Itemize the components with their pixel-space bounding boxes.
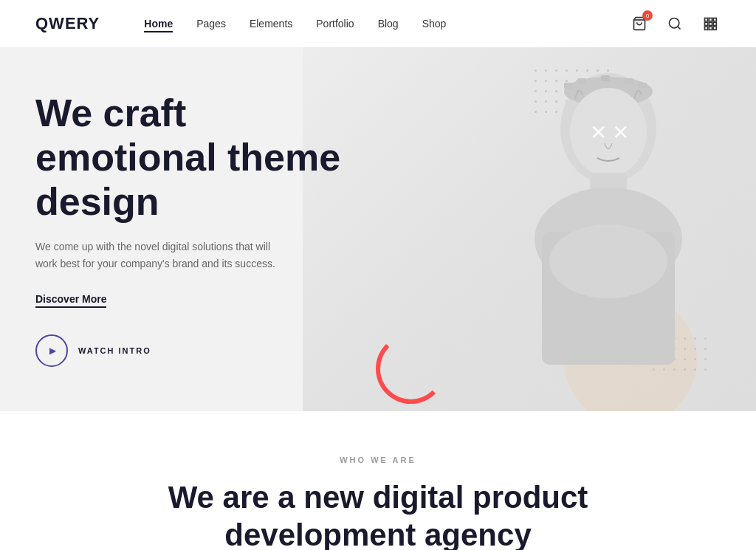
svg-rect-10 [709,27,712,30]
cart-badge: 0 [642,10,653,21]
svg-point-14 [570,88,647,176]
svg-rect-3 [705,18,708,21]
svg-rect-9 [705,27,708,30]
hero-content: We craft emotional theme design We come … [0,47,384,411]
svg-rect-4 [709,18,712,21]
play-button[interactable]: ▶ [35,334,68,367]
svg-text:✕: ✕ [590,121,607,144]
svg-rect-22 [577,78,586,84]
nav-item-elements[interactable]: Elements [250,17,292,30]
search-icon[interactable] [664,13,685,34]
svg-line-2 [678,27,681,30]
svg-rect-25 [638,83,647,89]
who-title: We are a new digital product development… [157,479,599,550]
svg-point-18 [549,224,667,298]
grid-icon[interactable] [700,13,721,34]
hero-subtitle: We come up with the novel digital soluti… [35,238,286,272]
logo[interactable]: QWERY [35,14,100,33]
svg-rect-6 [705,22,708,25]
svg-point-1 [670,18,679,28]
navbar: QWERY Home Pages Elements Portfolio Blog… [0,0,756,47]
discover-more-link[interactable]: Discover More [35,293,106,308]
svg-rect-24 [625,78,633,84]
nav-item-home[interactable]: Home [144,17,173,30]
nav-icons: 0 [629,13,721,34]
nav-item-blog[interactable]: Blog [378,17,399,30]
who-label: WHO WE ARE [35,456,721,464]
nav-links: Home Pages Elements Portfolio Blog Shop [144,17,629,30]
watch-intro-button[interactable]: ▶ WATCH INTRO [35,334,348,367]
nav-item-shop[interactable]: Shop [422,17,447,30]
svg-rect-11 [713,27,716,30]
nav-item-portfolio[interactable]: Portfolio [316,17,354,30]
svg-rect-21 [564,83,573,89]
svg-rect-5 [713,18,716,21]
red-arc-decoration [376,334,446,404]
hero-statue-image: ✕ ✕ [446,55,726,402]
svg-text:✕: ✕ [612,121,629,144]
svg-rect-23 [601,75,610,81]
watch-intro-label: WATCH INTRO [78,346,151,355]
cart-icon[interactable]: 0 [629,13,650,34]
svg-rect-8 [713,22,716,25]
hero-section: ✕ ✕ We craft emotional theme design We c… [0,47,756,411]
nav-item-pages[interactable]: Pages [196,17,226,30]
hero-title: We craft emotional theme design [35,92,348,224]
svg-rect-7 [709,22,712,25]
play-icon: ▶ [49,346,56,356]
who-section: WHO WE ARE We are a new digital product … [0,411,756,550]
